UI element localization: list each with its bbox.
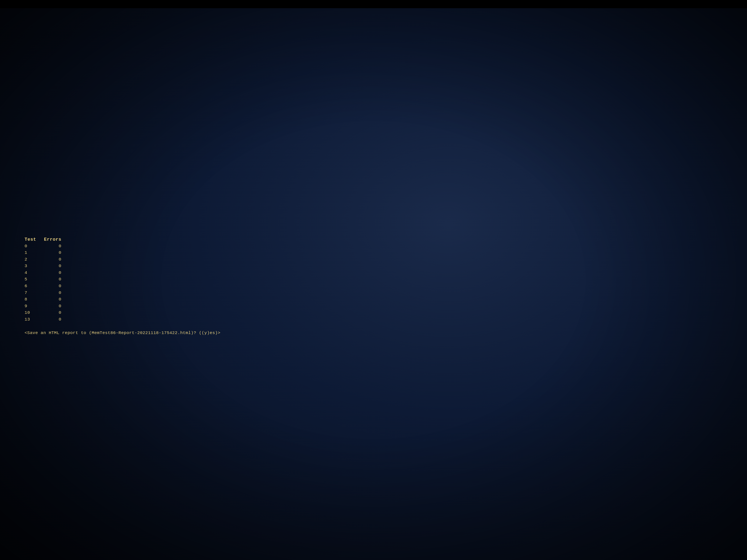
test-number: 6 <box>25 283 41 290</box>
test-results-table: Test Errors 00102030405060708090100130 <box>25 237 747 323</box>
error-count: 0 <box>41 303 61 310</box>
table-row: 130 <box>25 316 747 323</box>
error-count: 0 <box>41 296 61 303</box>
test-number: 2 <box>25 256 41 263</box>
table-row: 30 <box>25 263 747 270</box>
error-count: 0 <box>41 263 61 270</box>
error-count: 0 <box>41 243 61 250</box>
table-row: 20 <box>25 256 747 263</box>
test-number: 4 <box>25 270 41 276</box>
table-row: 50 <box>25 276 747 283</box>
error-count: 0 <box>41 256 61 263</box>
test-number: 7 <box>25 290 41 296</box>
test-number: 5 <box>25 276 41 283</box>
table-row: 60 <box>25 283 747 290</box>
table-row: 10 <box>25 249 747 256</box>
error-count: 0 <box>41 310 61 316</box>
save-report-prompt[interactable]: <Save an HTML report to (MemTest86-Repor… <box>25 330 747 335</box>
errors-column-header: Errors <box>41 237 61 242</box>
test-number: 0 <box>25 243 41 250</box>
test-number: 1 <box>25 249 41 256</box>
screen-content: Test Errors 00102030405060708090100130 <… <box>0 225 747 336</box>
table-row: 100 <box>25 310 747 316</box>
table-row: 40 <box>25 270 747 276</box>
table-header: Test Errors <box>25 237 747 242</box>
table-row: 90 <box>25 303 747 310</box>
test-number: 8 <box>25 296 41 303</box>
table-row: 70 <box>25 290 747 296</box>
error-count: 0 <box>41 270 61 276</box>
table-row: 00 <box>25 243 747 250</box>
error-count: 0 <box>41 283 61 290</box>
error-count: 0 <box>41 290 61 296</box>
error-count: 0 <box>41 316 61 323</box>
test-number: 13 <box>25 316 41 323</box>
test-number: 9 <box>25 303 41 310</box>
table-row: 80 <box>25 296 747 303</box>
test-column-header: Test <box>25 237 41 242</box>
error-count: 0 <box>41 276 61 283</box>
test-number: 3 <box>25 263 41 270</box>
test-number: 10 <box>25 310 41 316</box>
error-count: 0 <box>41 249 61 256</box>
